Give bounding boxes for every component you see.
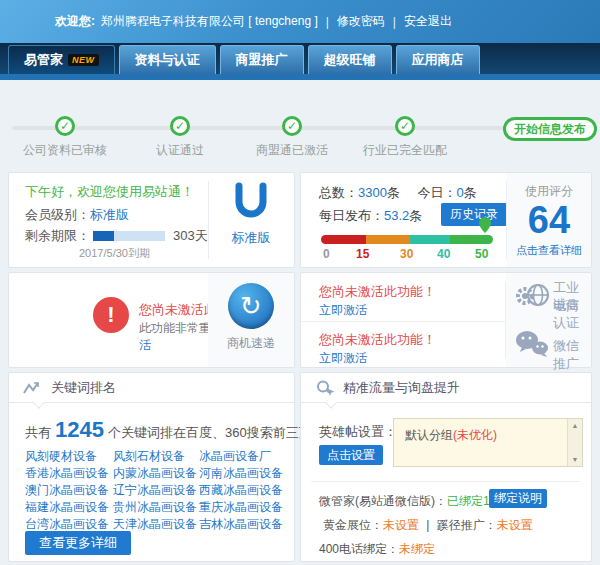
score-value: 64 (507, 200, 591, 240)
keyword-link[interactable]: 贵州冰晶画设备 (113, 500, 199, 515)
weixin-label: 微管家(易站通微信版)： (319, 494, 447, 508)
keyword-link[interactable]: 福建冰晶画设备 (25, 500, 113, 515)
publish-gauge (321, 235, 493, 244)
usage-score-zone: 使用评分 64 点击查看详细 (507, 173, 591, 267)
biz-express-panel: ! 您尚未激活此功能！ 此功能非常重要，请立即激活 ↻ 商机速递 (8, 272, 295, 368)
remain-label: 剩余期限： (25, 227, 90, 245)
phone-value: 未绑定 (399, 542, 435, 556)
today-value: 0 (457, 185, 464, 200)
term-progressbar (93, 231, 165, 241)
step-label: 公司资料已审核 (10, 142, 120, 159)
keyword-link[interactable]: 天津冰晶画设备 (113, 517, 199, 532)
view-more-button[interactable]: 查看更多详细 (25, 531, 131, 555)
step-label: 认证通过 (125, 142, 235, 159)
step-industry-matched: ✓ 行业已完全匹配 (350, 116, 460, 159)
phone-bind-row: 400电话绑定：未绑定 (319, 541, 435, 558)
new-badge: NEW (68, 54, 99, 66)
keyword-link[interactable]: 重庆冰晶画设备 (199, 500, 283, 515)
step-label: 商盟通已激活 (237, 142, 347, 159)
exclamation-glyph: ! (107, 302, 114, 328)
keyword-link[interactable]: 澳门冰晶画设备 (25, 483, 113, 498)
line-chart-icon (23, 381, 43, 395)
traffic-panel: 精准流量与询盘提升 英雄帖设置： 点击设置 默认分组(未优化) ▲ ▼ 微管家(… (300, 372, 592, 562)
check-icon: ✓ (170, 116, 190, 136)
gauge-tick: 0 (323, 247, 330, 261)
tab-shangmeng-tuiguang[interactable]: 商盟推广 (220, 45, 304, 74)
version-badge: 标准版 (208, 229, 294, 247)
tab-chaoji-wangpu[interactable]: 超级旺铺 (308, 45, 392, 74)
keyword-link[interactable]: 河南冰晶画设备 (199, 466, 283, 481)
remain-days: 303天 (173, 227, 208, 245)
activate-now-link[interactable]: 立即激活 (319, 350, 367, 367)
separator: | (326, 15, 329, 29)
tab-yingyong-shangdian[interactable]: 应用商店 (396, 45, 480, 74)
traffic-panel-title: 精准流量与询盘提升 (343, 379, 460, 397)
gauge-tick: 15 (356, 247, 369, 261)
summary-suffix: 个关键词排在百度、360搜索前三页。 (108, 424, 325, 442)
tab-label: 应用商店 (412, 51, 464, 69)
separator: | (426, 518, 429, 532)
phone-label: 400电话绑定： (319, 542, 399, 556)
check-icon: ✓ (55, 116, 75, 136)
keyword-link[interactable]: 西藏冰晶画设备 (199, 483, 283, 498)
path-promo-value: 未设置 (497, 518, 533, 532)
bind-info-button[interactable]: 绑定说明 (489, 489, 547, 508)
total-label: 总数： (319, 185, 358, 200)
check-glyph: ✓ (60, 119, 70, 133)
total-value: 3300 (358, 185, 387, 200)
gauge-marker-pin-icon (479, 217, 491, 233)
wechat-icon (514, 329, 550, 359)
keyword-ranking-panel: 关键词排名 共有 1245 个关键词排在百度、360搜索前三页。 风刻硬材设备 … (8, 372, 295, 562)
start-publish-button[interactable]: 开始信息发布 (503, 117, 597, 141)
biz-express-zone: ↻ 商机速递 (208, 273, 294, 367)
score-detail-link[interactable]: 点击查看详细 (516, 244, 582, 256)
publish-stats-panel: 总数：3300条 今日：0条 每日发布：53.2条 历史记录 0 15 30 4… (300, 172, 592, 268)
tab-yiguanjia[interactable]: 易管家 NEW (8, 45, 115, 74)
summary-prefix: 共有 (25, 424, 51, 442)
gauge-segment-teal (410, 235, 450, 244)
tab-label: 超级旺铺 (324, 51, 376, 69)
scroll-down-icon[interactable]: ▼ (568, 456, 582, 463)
level-label: 会员级别： (25, 207, 90, 222)
activate-now-link[interactable]: 立即激活 (319, 302, 367, 319)
tab-label: 资料与认证 (135, 51, 200, 69)
logout-link[interactable]: 安全退出 (404, 13, 452, 30)
check-icon: ✓ (395, 116, 415, 136)
today-label: 今日： (418, 185, 457, 200)
keyword-link[interactable]: 吉林冰晶画设备 (199, 517, 283, 532)
step-shangmengtong-active: ✓ 商盟通已激活 (237, 116, 347, 159)
scrollbar[interactable]: ▲ ▼ (567, 419, 582, 466)
keyword-link[interactable]: 风刻硬材设备 (25, 449, 113, 464)
nav-tabs: 易管家 NEW 资料与认证 商盟推广 超级旺铺 应用商店 (8, 45, 480, 74)
greeting-text: 下午好，欢迎您使用易站通！ (25, 183, 194, 201)
member-level-row: 会员级别：标准版 (25, 206, 129, 224)
totals-row: 总数：3300条 今日：0条 (319, 184, 477, 202)
unit: 条 (387, 185, 400, 200)
set-button[interactable]: 点击设置 (319, 445, 383, 465)
gold-value: 未设置 (383, 518, 419, 532)
hero-post-label: 英雄帖设置： (319, 423, 397, 441)
group-name: 默认分组 (405, 428, 453, 442)
keyword-link[interactable]: 台湾冰晶画设备 (25, 517, 113, 532)
check-glyph: ✓ (400, 119, 410, 133)
keyword-panel-header: 关键词排名 (9, 373, 294, 403)
check-glyph: ✓ (287, 119, 297, 133)
refresh-glyph: ↻ (240, 291, 262, 322)
expire-date: 2017/5/30到期 (79, 246, 150, 261)
group-text: 默认分组(未优化) (405, 427, 497, 444)
keyword-link[interactable]: 内蒙冰晶画设备 (113, 466, 199, 481)
keyword-link[interactable]: 风刻石材设备 (113, 449, 199, 464)
keyword-link[interactable]: 香港冰晶画设备 (25, 466, 113, 481)
tab-ziliao-renzheng[interactable]: 资料与认证 (119, 45, 216, 74)
keyword-link[interactable]: 冰晶画设备厂 (199, 449, 283, 464)
hero-group-box[interactable]: 默认分组(未优化) ▲ ▼ (393, 418, 583, 467)
not-activated-title: 您尚未激活此功能！ (319, 331, 436, 349)
history-button[interactable]: 历史记录 (441, 203, 507, 226)
wechat-promo-label: 微信推广 (553, 337, 591, 373)
change-password-link[interactable]: 修改密码 (337, 13, 385, 30)
level-value-link[interactable]: 标准版 (90, 207, 129, 222)
keyword-link[interactable]: 辽宁冰晶画设备 (113, 483, 199, 498)
scroll-up-icon[interactable]: ▲ (568, 422, 582, 429)
step-cert-passed: ✓ 认证通过 (125, 116, 235, 159)
gauge-tick: 40 (437, 247, 450, 261)
